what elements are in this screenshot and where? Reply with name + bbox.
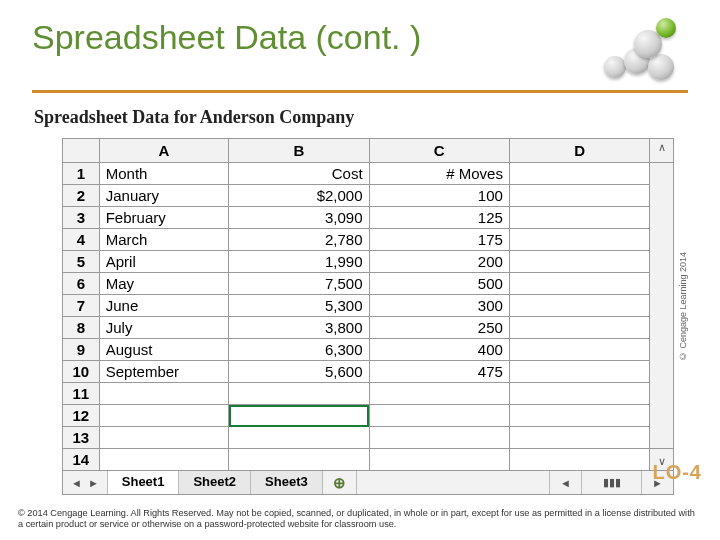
cell[interactable] <box>99 405 229 427</box>
cell[interactable] <box>229 383 369 405</box>
spreadsheet-grid: A B C D ∧ 1 Month Cost # Moves 2January$… <box>62 138 674 471</box>
cell[interactable]: 5,600 <box>229 361 369 383</box>
cell[interactable]: 175 <box>369 229 509 251</box>
cell[interactable]: 300 <box>369 295 509 317</box>
scroll-up-icon[interactable]: ∧ <box>650 139 674 163</box>
cell[interactable]: Cost <box>229 163 369 185</box>
row-header[interactable]: 14 <box>63 449 100 471</box>
cell[interactable] <box>369 405 509 427</box>
row-header[interactable]: 11 <box>63 383 100 405</box>
cell[interactable]: August <box>99 339 229 361</box>
cell[interactable]: January <box>99 185 229 207</box>
cell[interactable]: 500 <box>369 273 509 295</box>
cell[interactable]: February <box>99 207 229 229</box>
horizontal-scrollbar[interactable]: ▮▮▮ <box>581 471 641 494</box>
cell[interactable] <box>369 427 509 449</box>
cell[interactable] <box>509 295 649 317</box>
cell[interactable]: 2,780 <box>229 229 369 251</box>
decor-spheres <box>598 18 688 88</box>
row-header[interactable]: 10 <box>63 361 100 383</box>
learning-objective-tag: LO-4 <box>652 461 702 484</box>
cell[interactable]: # Moves <box>369 163 509 185</box>
tab-sheet1[interactable]: Sheet1 <box>108 471 180 494</box>
cell[interactable] <box>509 405 649 427</box>
tab-nav-buttons[interactable]: ◄ ► <box>63 471 108 494</box>
cell[interactable] <box>369 383 509 405</box>
tab-sheet2[interactable]: Sheet2 <box>179 471 251 494</box>
cell[interactable] <box>509 251 649 273</box>
row-header[interactable]: 8 <box>63 317 100 339</box>
cell[interactable]: 3,090 <box>229 207 369 229</box>
cell[interactable]: 400 <box>369 339 509 361</box>
cell[interactable] <box>99 427 229 449</box>
cell[interactable] <box>509 449 649 471</box>
cell[interactable]: July <box>99 317 229 339</box>
cell[interactable] <box>99 449 229 471</box>
cell[interactable]: May <box>99 273 229 295</box>
cell[interactable] <box>369 449 509 471</box>
row-header[interactable]: 7 <box>63 295 100 317</box>
row-header[interactable]: 9 <box>63 339 100 361</box>
image-credit: © Cengage Learning 2014 <box>678 138 702 475</box>
cell[interactable]: 1,990 <box>229 251 369 273</box>
vertical-scrollbar[interactable] <box>650 163 674 449</box>
copyright-footer: © 2014 Cengage Learning. All Rights Rese… <box>18 508 702 530</box>
figure-subhead: Spreadsheet Data for Anderson Company <box>34 107 688 128</box>
cell[interactable]: 475 <box>369 361 509 383</box>
cell[interactable] <box>509 361 649 383</box>
cell[interactable]: 250 <box>369 317 509 339</box>
cell[interactable] <box>509 163 649 185</box>
col-header-c[interactable]: C <box>369 139 509 163</box>
tab-sheet3[interactable]: Sheet3 <box>251 471 323 494</box>
row-header[interactable]: 4 <box>63 229 100 251</box>
nav-prev-icon[interactable]: ◄ <box>71 477 82 489</box>
col-header-b[interactable]: B <box>229 139 369 163</box>
cell[interactable]: 100 <box>369 185 509 207</box>
row-header[interactable]: 5 <box>63 251 100 273</box>
cell[interactable]: 7,500 <box>229 273 369 295</box>
scroll-left-icon[interactable]: ◄ <box>549 471 581 494</box>
col-header-d[interactable]: D <box>509 139 649 163</box>
selected-cell[interactable] <box>229 405 369 427</box>
cell[interactable] <box>509 317 649 339</box>
cell[interactable] <box>509 207 649 229</box>
nav-next-icon[interactable]: ► <box>88 477 99 489</box>
cell[interactable] <box>509 427 649 449</box>
row-header[interactable]: 12 <box>63 405 100 427</box>
row-header[interactable]: 13 <box>63 427 100 449</box>
cell[interactable]: 200 <box>369 251 509 273</box>
cell[interactable]: June <box>99 295 229 317</box>
select-all-corner[interactable] <box>63 139 100 163</box>
cell[interactable] <box>99 383 229 405</box>
cell[interactable]: September <box>99 361 229 383</box>
row-header[interactable]: 2 <box>63 185 100 207</box>
row-header[interactable]: 1 <box>63 163 100 185</box>
cell[interactable] <box>509 185 649 207</box>
add-sheet-button[interactable]: ⊕ <box>323 471 357 494</box>
cell[interactable]: March <box>99 229 229 251</box>
col-header-a[interactable]: A <box>99 139 229 163</box>
row-header[interactable]: 3 <box>63 207 100 229</box>
cell[interactable]: 125 <box>369 207 509 229</box>
slide-title: Spreadsheet Data (cont. ) <box>32 18 421 57</box>
cell[interactable] <box>509 339 649 361</box>
cell[interactable]: 3,800 <box>229 317 369 339</box>
row-header[interactable]: 6 <box>63 273 100 295</box>
cell[interactable] <box>229 449 369 471</box>
cell[interactable] <box>509 273 649 295</box>
title-rule <box>32 90 688 93</box>
cell[interactable]: April <box>99 251 229 273</box>
cell[interactable] <box>229 427 369 449</box>
cell[interactable] <box>509 229 649 251</box>
cell[interactable] <box>509 383 649 405</box>
cell[interactable]: 6,300 <box>229 339 369 361</box>
cell[interactable]: $2,000 <box>229 185 369 207</box>
sheet-tab-bar: ◄ ► Sheet1 Sheet2 Sheet3 ⊕ ◄ ▮▮▮ ► <box>62 471 674 495</box>
cell[interactable]: Month <box>99 163 229 185</box>
cell[interactable]: 5,300 <box>229 295 369 317</box>
